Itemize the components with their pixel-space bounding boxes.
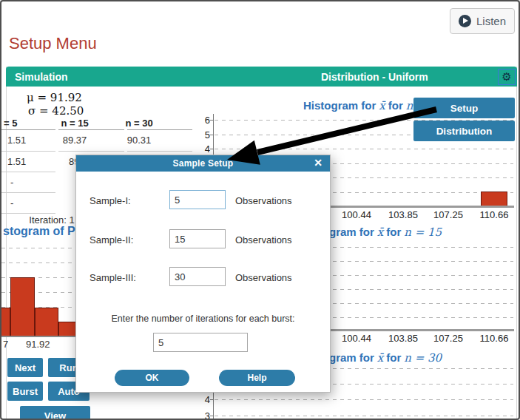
sample1-suffix: Observations	[235, 195, 292, 206]
x-axis	[1, 336, 78, 337]
table-divider	[127, 129, 192, 130]
axis-label: 91.92	[26, 339, 50, 350]
hist-n15-title: gram forx̄forn = 15	[329, 226, 445, 239]
sample2-input[interactable]	[169, 229, 226, 248]
dialog-title: Sample Setup	[76, 158, 330, 169]
view-button[interactable]: View	[20, 406, 90, 420]
y-tick-label: 6	[195, 115, 210, 126]
y-tick	[210, 399, 214, 400]
table-cell: -	[10, 177, 13, 188]
stat-sigma: σ = 42.50	[28, 104, 84, 118]
table-divider	[1, 129, 55, 130]
settings-button[interactable]: ⚙	[498, 69, 516, 85]
panel-title-distribution: Distribution - Uniform	[321, 71, 428, 83]
table-cell: 1.51	[7, 135, 26, 146]
table-divider	[1, 192, 55, 193]
gridline	[1, 248, 77, 248]
burst-prompt: Enter the number of iterations for each …	[76, 314, 330, 324]
play-icon	[459, 15, 471, 27]
page-title: Setup Menu	[9, 34, 97, 53]
y-tick	[210, 149, 214, 149]
axis-label: 7	[3, 339, 8, 350]
histogram-bar	[481, 192, 507, 206]
setup-button[interactable]: Setup	[413, 98, 515, 118]
listen-label: Listen	[476, 15, 506, 27]
next-button[interactable]: Next	[7, 358, 43, 377]
close-icon[interactable]: ✕	[314, 157, 323, 169]
axis-label: 107.25	[426, 209, 470, 220]
table-divider	[127, 151, 192, 152]
histogram-bar	[0, 308, 10, 336]
axis-label: 110.66	[472, 209, 516, 220]
sample3-suffix: Observations	[235, 272, 292, 283]
table-header-n30: n = 30	[111, 118, 167, 129]
stat-mu: μ = 91.92	[27, 91, 82, 104]
table-header-n15: n = 15	[47, 118, 103, 129]
y-tick	[210, 135, 214, 135]
dialog-header: Sample Setup ✕	[76, 155, 330, 172]
sample1-input[interactable]	[169, 190, 226, 209]
table-divider	[58, 129, 124, 130]
histogram-bar	[35, 308, 58, 336]
table-divider	[1, 213, 55, 214]
table-cell: 89.37	[47, 135, 103, 146]
panel-title-simulation: Simulation	[15, 71, 68, 83]
axis-label: 110.66	[472, 333, 516, 344]
burst-iterations-input[interactable]	[153, 333, 248, 352]
sample1-label: Sample-I:	[90, 195, 131, 206]
ok-button[interactable]: OK	[115, 370, 189, 386]
sample2-label: Sample-II:	[90, 234, 133, 245]
y-tick-label: 5	[195, 129, 210, 140]
table-divider	[1, 151, 55, 152]
distribution-button[interactable]: Distribution	[413, 121, 515, 141]
gridline	[215, 399, 513, 400]
y-tick	[210, 120, 214, 121]
app-frame: Listen Setup Menu Simulation Distributio…	[0, 0, 520, 420]
axis-label: 107.25	[426, 333, 470, 344]
y-tick-label: 4	[195, 143, 210, 155]
help-button[interactable]: Help	[219, 370, 295, 386]
gridline	[215, 416, 513, 416]
sample-setup-dialog: Sample Setup ✕ Sample-I: Observations Sa…	[75, 155, 331, 393]
listen-button[interactable]: Listen	[450, 8, 515, 34]
table-cell: -	[10, 197, 13, 209]
axis-label: 100.44	[334, 333, 379, 344]
sample3-label: Sample-III:	[90, 272, 136, 283]
table-divider	[58, 151, 124, 152]
table-header-n5: = 5	[4, 118, 17, 129]
burst-button[interactable]: Burst	[7, 382, 43, 401]
y-tick-label: 4	[195, 394, 210, 405]
parent-histogram-title: stogram of Par	[3, 225, 87, 238]
gridline	[215, 149, 513, 149]
y-tick-label: 3	[195, 410, 210, 420]
gridline	[1, 262, 77, 263]
table-cell: 1.51	[7, 156, 26, 167]
table-cell: 90.31	[111, 135, 167, 146]
panel-header-bar: Simulation Distribution - Uniform ⚙	[6, 67, 517, 87]
hist-n30-title: gram forx̄forn = 30	[329, 351, 445, 365]
table-divider	[1, 172, 55, 172]
histogram-bar	[10, 277, 35, 336]
axis-label: 100.44	[334, 209, 379, 220]
y-tick	[210, 416, 214, 416]
sample2-suffix: Observations	[235, 234, 292, 245]
axis-label: 103.85	[381, 333, 425, 344]
gear-icon: ⚙	[502, 70, 511, 83]
sample3-input[interactable]	[169, 267, 226, 286]
axis-label: 103.85	[381, 209, 425, 220]
